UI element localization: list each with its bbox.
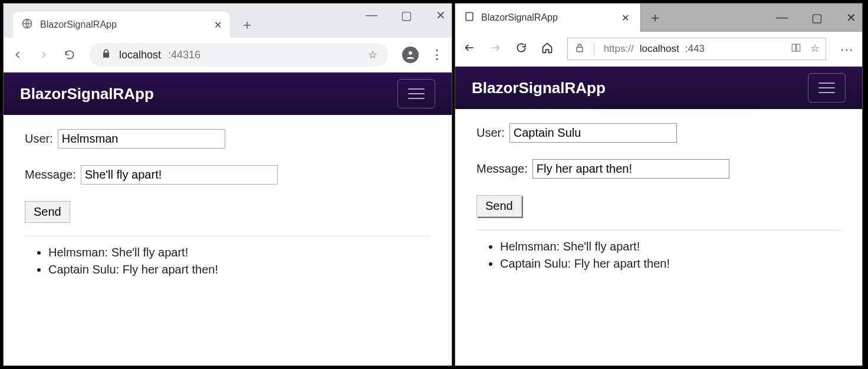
- chrome-titlebar: BlazorSignalRApp ✕ ＋ — ▢ ✕: [4, 4, 452, 38]
- browser-window-chrome: BlazorSignalRApp ✕ ＋ — ▢ ✕: [4, 4, 452, 365]
- browser-tab[interactable]: BlazorSignalRApp ✕: [455, 4, 641, 32]
- refresh-icon[interactable]: [515, 42, 527, 57]
- menu-dots-icon[interactable]: ⋮: [430, 47, 443, 62]
- url-port: :443: [685, 43, 705, 55]
- user-label: User:: [476, 126, 505, 140]
- address-bar[interactable]: │ https://localhost:443 ☆: [567, 38, 826, 60]
- minimize-icon[interactable]: —: [366, 8, 377, 22]
- user-row: User:: [25, 129, 430, 149]
- message-list: Helmsman: She'll fly apart! Captain Sulu…: [487, 240, 841, 271]
- close-tab-icon[interactable]: ✕: [214, 19, 222, 31]
- close-icon[interactable]: ✕: [436, 8, 446, 22]
- bookmark-star-icon[interactable]: ☆: [368, 48, 377, 61]
- browser-window-edge: BlazorSignalRApp ✕ ＋ — ▢ ✕: [455, 4, 862, 365]
- edge-titlebar: BlazorSignalRApp ✕ ＋ — ▢ ✕: [455, 4, 862, 32]
- app-body: User: Message: Send Helmsman: She'll fly…: [455, 109, 862, 365]
- more-menu-icon[interactable]: ···: [840, 42, 854, 56]
- close-icon[interactable]: ✕: [846, 11, 856, 25]
- message-list-item: Captain Sulu: Fly her apart then!: [48, 263, 430, 276]
- app-navbar: BlazorSignalRApp: [4, 73, 452, 115]
- maximize-icon[interactable]: ▢: [401, 8, 412, 22]
- send-button[interactable]: Send: [476, 195, 522, 217]
- message-label: Message:: [25, 168, 76, 182]
- new-tab-button[interactable]: ＋: [230, 12, 264, 38]
- profile-avatar-icon[interactable]: [402, 47, 419, 63]
- hamburger-menu-button[interactable]: [397, 79, 435, 108]
- back-icon[interactable]: [12, 49, 24, 61]
- hamburger-menu-button[interactable]: [808, 73, 846, 103]
- lock-icon: [574, 42, 586, 57]
- lock-icon: [100, 48, 112, 62]
- user-row: User:: [476, 123, 841, 143]
- home-icon[interactable]: [541, 42, 553, 57]
- browser-tab[interactable]: BlazorSignalRApp ✕: [13, 12, 230, 38]
- message-label: Message:: [476, 162, 528, 176]
- window-controls: — ▢ ✕: [366, 8, 446, 22]
- new-tab-button[interactable]: ＋: [641, 4, 669, 32]
- app-title: BlazorSignalRApp: [20, 85, 154, 103]
- url-host: localhost: [640, 43, 679, 55]
- url-scheme: https://: [604, 43, 634, 55]
- url-host: localhost: [119, 49, 161, 61]
- reload-icon[interactable]: [64, 49, 75, 61]
- chrome-right-icons: ⋮: [402, 47, 443, 63]
- url-trailing-icons: ☆: [790, 42, 820, 57]
- separator: [476, 230, 841, 230]
- window-controls: — ▢ ✕: [776, 11, 856, 25]
- message-list-item: Helmsman: She'll fly apart!: [500, 240, 841, 253]
- maximize-icon[interactable]: ▢: [811, 11, 823, 25]
- user-input[interactable]: [58, 129, 225, 149]
- tab-title: BlazorSignalRApp: [481, 12, 558, 23]
- edge-toolbar: │ https://localhost:443 ☆ ···: [455, 32, 862, 67]
- message-input[interactable]: [532, 159, 729, 179]
- tab-title: BlazorSignalRApp: [40, 19, 117, 30]
- app-title: BlazorSignalRApp: [472, 79, 606, 97]
- screenshot: BlazorSignalRApp ✕ ＋ — ▢ ✕: [0, 0, 868, 369]
- app-body: User: Message: Send Helmsman: She'll fly…: [4, 115, 452, 365]
- globe-icon: [21, 18, 33, 32]
- svg-rect-3: [577, 47, 583, 52]
- bookmark-star-icon[interactable]: ☆: [810, 42, 820, 57]
- svg-rect-2: [466, 12, 473, 20]
- chrome-toolbar: localhost:44316 ☆ ⋮: [4, 38, 452, 73]
- back-icon[interactable]: [463, 42, 475, 57]
- address-bar[interactable]: localhost:44316 ☆: [90, 43, 388, 67]
- send-button[interactable]: Send: [25, 201, 70, 223]
- separator: [25, 236, 430, 236]
- message-input[interactable]: [81, 165, 278, 185]
- svg-point-1: [409, 51, 412, 55]
- message-row: Message:: [25, 165, 430, 185]
- user-label: User:: [25, 132, 53, 146]
- close-tab-icon[interactable]: ✕: [618, 11, 632, 25]
- forward-icon[interactable]: [38, 49, 50, 61]
- reading-view-icon[interactable]: [790, 42, 802, 57]
- message-row: Message:: [476, 159, 841, 179]
- message-list-item: Helmsman: She'll fly apart!: [48, 246, 430, 259]
- message-list-item: Captain Sulu: Fly her apart then!: [500, 257, 841, 271]
- url-port: :44316: [168, 49, 200, 61]
- user-input[interactable]: [509, 123, 677, 143]
- forward-icon[interactable]: [489, 42, 501, 57]
- page-icon: [463, 11, 475, 25]
- message-list: Helmsman: She'll fly apart! Captain Sulu…: [35, 246, 430, 276]
- app-navbar: BlazorSignalRApp: [455, 67, 862, 109]
- minimize-icon[interactable]: —: [776, 11, 788, 25]
